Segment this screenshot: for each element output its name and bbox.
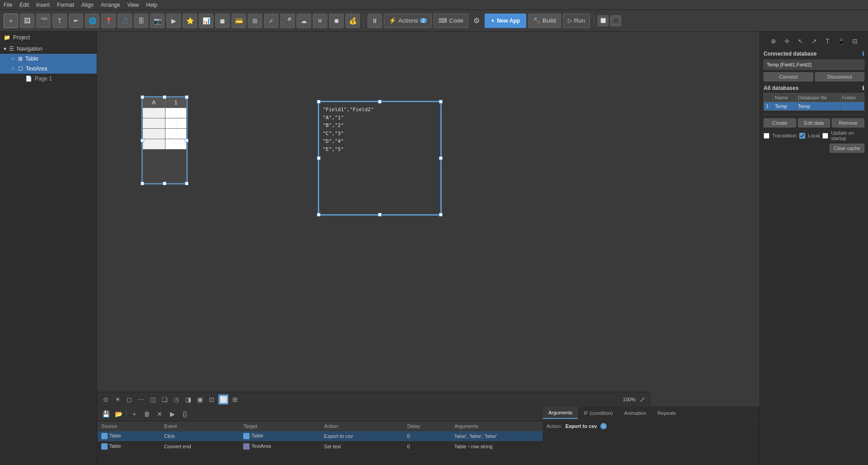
settings-button[interactable]: ⚙ <box>470 14 483 27</box>
data-table: A 1 B 2 C 3 D <box>142 97 187 150</box>
code-button[interactable]: ⌨ Code <box>434 14 468 28</box>
db-input[interactable] <box>764 60 864 70</box>
delete-action-btn[interactable]: 🗑 <box>142 409 152 419</box>
rp-tool-3[interactable]: ↖ <box>795 35 807 47</box>
pause-tool[interactable]: ⏸ <box>368 14 382 28</box>
menu-edit[interactable]: Edit <box>19 2 29 8</box>
build-button[interactable]: 🔨 Build <box>528 14 561 28</box>
tab-repeats[interactable]: Repeats <box>652 407 682 419</box>
film-tool[interactable]: 🎬 <box>36 14 51 28</box>
zoom-arrows[interactable]: ⤢ <box>637 395 647 404</box>
star-tool[interactable]: ⭐ <box>183 14 197 28</box>
rp-tool-1[interactable]: ⊕ <box>768 35 779 47</box>
db-row-1[interactable]: 1 Temp Temp <box>764 102 864 111</box>
pin-tool[interactable]: 📍 <box>101 14 116 28</box>
create-button[interactable]: Create <box>764 118 796 127</box>
remove-button[interactable]: Remove <box>832 118 864 127</box>
open-btn[interactable]: 📂 <box>113 409 123 419</box>
mic-tool[interactable]: 🎤 <box>280 14 295 28</box>
menu-insert[interactable]: Insert <box>36 2 50 8</box>
canvas-tool-7[interactable]: ◷ <box>171 395 181 404</box>
tab-animation[interactable]: Animation <box>618 407 652 419</box>
add-button[interactable]: + <box>4 14 18 28</box>
run-button[interactable]: ▷ Run <box>563 14 590 28</box>
tab-condition[interactable]: IF (condition) <box>578 407 618 419</box>
col-file: Database file <box>796 94 840 102</box>
canvas-tool-active[interactable]: ⬜ <box>218 395 228 404</box>
dollar-tool[interactable]: 💰 <box>345 14 360 28</box>
table-widget[interactable]: A 1 B 2 C 3 D <box>142 97 187 185</box>
canvas-tool-2[interactable]: ☀ <box>113 395 123 404</box>
rec-tool[interactable]: ⏺ <box>329 14 344 28</box>
cube-tool[interactable]: ◼ <box>215 14 230 28</box>
text-tool[interactable]: T <box>52 14 67 28</box>
info-icon2[interactable]: ℹ <box>862 85 864 91</box>
actions-button[interactable]: ⚡ Actions 2 <box>384 14 432 28</box>
evt-2: Convert end <box>160 442 240 452</box>
new-app-button[interactable]: + New App <box>485 14 526 28</box>
menu-align[interactable]: Align <box>81 2 94 8</box>
rp-tool-7[interactable]: ⊟ <box>849 35 861 47</box>
tab-arguments[interactable]: Arguments <box>543 407 578 419</box>
play-action-btn[interactable]: ▶ <box>167 409 177 419</box>
rp-tool-2[interactable]: ✛ <box>781 35 793 47</box>
canvas-tool-8[interactable]: ◨ <box>183 395 193 404</box>
menu-view[interactable]: View <box>127 2 139 8</box>
menu-help[interactable]: Help <box>146 2 157 8</box>
clear-cache-button[interactable]: Clear cache <box>830 144 864 153</box>
grid-tool[interactable]: ⊞ <box>248 14 262 28</box>
actions-icon: ⚡ <box>389 17 396 24</box>
disconnect-button[interactable]: Disconnect <box>815 72 865 81</box>
act-1: Export to csv <box>321 431 404 442</box>
canvas-tool-6[interactable]: ❏ <box>160 395 170 404</box>
navigation-item[interactable]: ▾ ☰ Navigation <box>0 44 97 54</box>
cloud-tool[interactable]: ☁ <box>297 14 311 28</box>
local-checkbox[interactable] <box>799 133 805 139</box>
add-action-btn[interactable]: + <box>129 409 139 419</box>
action-label: Action: <box>547 423 562 429</box>
info-icon[interactable]: ℹ <box>862 51 864 57</box>
plus-icon: + <box>491 18 494 24</box>
code-action-btn[interactable]: {} <box>180 409 190 419</box>
rp-tool-4[interactable]: ↗ <box>808 35 820 47</box>
card-tool[interactable]: 💳 <box>231 14 246 28</box>
menu-arrange[interactable]: Arrange <box>101 2 120 8</box>
canvas-tool-4[interactable]: ⋯ <box>136 395 146 404</box>
db-tool[interactable]: 🗄 <box>134 14 148 28</box>
x-tool[interactable]: ✕ <box>313 14 327 28</box>
chart-tool[interactable]: 📊 <box>199 14 213 28</box>
textarea-widget[interactable]: "Field1","Field2" "A","1" "B","2" "C","3… <box>319 102 441 215</box>
canvas-tool-9[interactable]: ▣ <box>195 395 205 404</box>
edit-data-button[interactable]: Edit data <box>798 118 830 127</box>
textarea-tree-item[interactable]: 👁 ☐ TextArea <box>0 64 97 74</box>
canvas-tool-1[interactable]: ⊙ <box>101 395 111 404</box>
canvas-tool-3[interactable]: ◻ <box>124 395 134 404</box>
canvas-tool-5[interactable]: ◫ <box>148 395 158 404</box>
canvas-area[interactable]: A 1 B 2 C 3 D <box>97 32 760 465</box>
window-btn2[interactable]: ⬛ <box>610 15 621 26</box>
page1-item[interactable]: 📄 Page 1 <box>0 74 97 84</box>
globe-tool[interactable]: 🌐 <box>85 14 99 28</box>
camera-tool[interactable]: 📷 <box>150 14 165 28</box>
rp-tool-6[interactable]: 📱 <box>835 35 847 47</box>
stop-btn[interactable]: ✕ <box>155 409 165 419</box>
action-info-icon[interactable]: i <box>600 423 607 429</box>
translation-checkbox[interactable] <box>764 133 769 139</box>
canvas-tool-10[interactable]: ⊡ <box>207 395 217 404</box>
music-tool[interactable]: 🎵 <box>118 14 132 28</box>
window-btn1[interactable]: ⬜ <box>598 15 609 26</box>
rp-tool-5[interactable]: T <box>822 35 834 47</box>
canvas-tool-12[interactable]: ⊞ <box>230 395 240 404</box>
connect-button[interactable]: Connect <box>764 72 813 81</box>
table-row: E 5 <box>143 139 187 150</box>
image-tool[interactable]: 🖼 <box>20 14 34 28</box>
check-tool[interactable]: ✓ <box>264 14 278 28</box>
menu-file[interactable]: File <box>4 2 12 8</box>
action-value: Export to csv <box>566 423 597 429</box>
table-tree-item[interactable]: 👁 ⊞ Table <box>0 54 97 64</box>
save-btn[interactable]: 💾 <box>101 409 111 419</box>
play-tool[interactable]: ▶ <box>166 14 181 28</box>
vector-tool[interactable]: ✒ <box>69 14 83 28</box>
menu-format[interactable]: Format <box>57 2 74 8</box>
update-startup-checkbox[interactable] <box>822 133 828 139</box>
